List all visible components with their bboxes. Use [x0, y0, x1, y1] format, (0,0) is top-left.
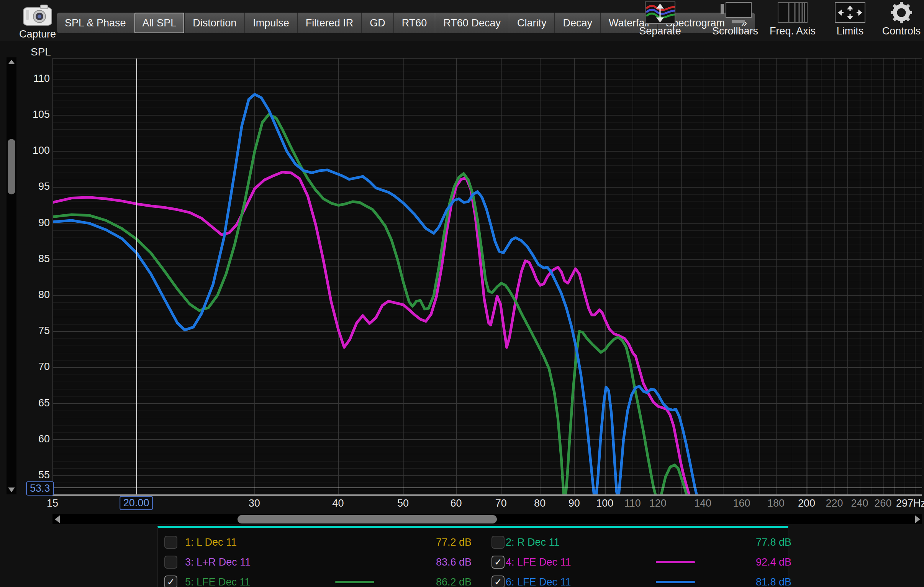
- x-axis-line: [53, 494, 922, 496]
- separate-label: Separate: [631, 25, 689, 37]
- y-tick-105: 105: [0, 109, 50, 120]
- freq-axis-label: Freq. Axis: [764, 25, 821, 37]
- x-tick-90: 90: [569, 497, 580, 509]
- scrollbars-label: Scrollbars: [706, 25, 764, 37]
- y-tick-55: 55: [0, 469, 50, 481]
- vertical-scrollbar[interactable]: [7, 58, 16, 494]
- freq-axis-icon: [764, 0, 821, 25]
- scroll-right-arrow-icon[interactable]: [915, 515, 920, 523]
- y-axis-title: SPL: [31, 46, 51, 58]
- tab-decay[interactable]: Decay: [555, 13, 601, 33]
- measurement-2-label[interactable]: 2: R Dec 11: [501, 536, 627, 548]
- spl-cursor-value: 53.3: [26, 482, 54, 495]
- scrollbars-icon: [706, 0, 764, 25]
- x-tick-30: 30: [249, 497, 260, 509]
- measurement-5-level-value: 86.2 dB: [403, 576, 472, 587]
- x-tick-140: 140: [694, 497, 711, 509]
- x-tick-100: 100: [596, 497, 613, 509]
- legend-row-1: 1: L Dec 1177.2 dB2: R Dec 1177.8 dB: [158, 532, 788, 552]
- measurement-3-checkbox[interactable]: [164, 556, 177, 569]
- toolbar-right-tools: SeparateScrollbarsFreq. AxisLimitsContro…: [631, 0, 924, 41]
- x-tick-180: 180: [767, 497, 785, 509]
- y-tick-75: 75: [0, 325, 50, 337]
- scrollbars-button[interactable]: Scrollbars: [706, 0, 764, 37]
- measurement-4-trace-swatch: [656, 561, 695, 563]
- x-tick-200: 200: [798, 497, 815, 509]
- controls-icon: [879, 0, 924, 25]
- y-tick-80: 80: [0, 289, 50, 301]
- tab-filtered-ir[interactable]: Filtered IR: [298, 13, 362, 33]
- x-tick-50: 50: [397, 497, 409, 509]
- measurement-5-trace-swatch: [335, 581, 374, 583]
- measurement-1-label[interactable]: 1: L Dec 11: [180, 536, 307, 548]
- scroll-left-arrow-icon[interactable]: [55, 515, 60, 523]
- measurement-6-label[interactable]: 6: LFE Dec 11: [501, 576, 627, 587]
- controls-label: Controls: [879, 25, 924, 37]
- tab-impulse[interactable]: Impulse: [245, 13, 298, 33]
- x-tick-220: 220: [825, 497, 843, 509]
- controls-button[interactable]: Controls: [879, 0, 924, 37]
- measurement-6-trace-swatch: [656, 581, 695, 583]
- separate-icon: [631, 0, 689, 25]
- y-tick-85: 85: [0, 253, 50, 265]
- tab-clarity[interactable]: Clarity: [509, 13, 555, 33]
- rew-all-spl-window: Capture SPL & PhaseAll SPLDistortionImpu…: [0, 0, 924, 587]
- measurement-6-level-value: 81.8 dB: [723, 576, 792, 587]
- limits-icon: [821, 0, 879, 25]
- y-tick-60: 60: [0, 433, 50, 445]
- freq-axis-button[interactable]: Freq. Axis: [764, 0, 821, 37]
- x-tick-240: 240: [851, 497, 868, 509]
- measurement-3-label[interactable]: 3: L+R Dec 11: [180, 556, 307, 568]
- limits-button[interactable]: Limits: [821, 0, 879, 37]
- x-tick-70: 70: [495, 497, 507, 509]
- scroll-down-arrow-icon[interactable]: [8, 488, 15, 492]
- measurement-4-level-value: 92.4 dB: [723, 556, 792, 568]
- measurement-2-level-value: 77.8 dB: [723, 536, 792, 548]
- x-tick-120: 120: [649, 497, 667, 509]
- x-tick-110: 110: [624, 497, 641, 509]
- x-tick-260: 260: [874, 497, 891, 509]
- measurement-1-checkbox[interactable]: [164, 536, 177, 549]
- x-tick-40: 40: [332, 497, 344, 509]
- tab-distortion[interactable]: Distortion: [185, 13, 245, 33]
- y-tick-100: 100: [0, 145, 50, 156]
- x-tick-15: 15: [47, 497, 58, 509]
- tab-gd[interactable]: GD: [361, 13, 394, 33]
- separate-button[interactable]: Separate: [631, 0, 689, 37]
- horizontal-scrollbar-thumb[interactable]: [238, 515, 497, 523]
- x-tick-297: 297Hz: [896, 497, 924, 509]
- curve-4-lfe-dec-11: [53, 172, 690, 495]
- horizontal-scrollbar[interactable]: [53, 514, 922, 524]
- measurement-3-level-value: 83.6 dB: [403, 556, 472, 568]
- legend-row-2: 3: L+R Dec 1183.6 dB✓4: LFE Dec 1192.4 d…: [158, 552, 788, 572]
- x-tick-60: 60: [450, 497, 462, 509]
- y-tick-70: 70: [0, 361, 50, 373]
- y-tick-65: 65: [0, 397, 50, 409]
- tab-spl-phase[interactable]: SPL & Phase: [57, 13, 134, 33]
- measurement-1-level-value: 77.2 dB: [403, 536, 472, 548]
- limits-label: Limits: [821, 25, 879, 37]
- tab-all-spl[interactable]: All SPL: [134, 13, 185, 33]
- toolbar: Capture SPL & PhaseAll SPLDistortionImpu…: [0, 0, 924, 41]
- tab-rt60-decay[interactable]: RT60 Decay: [435, 13, 509, 33]
- scroll-up-arrow-icon[interactable]: [8, 60, 15, 64]
- capture-button[interactable]: Capture: [15, 2, 61, 40]
- curve-6-lfe-dec-11: [53, 94, 698, 495]
- y-tick-95: 95: [0, 181, 50, 192]
- x-tick-160: 160: [733, 497, 750, 509]
- capture-label: Capture: [15, 28, 61, 40]
- plot-area[interactable]: [53, 58, 922, 495]
- measurement-5-label[interactable]: 5: LFE Dec 11: [180, 576, 307, 587]
- y-tick-110: 110: [0, 73, 50, 85]
- legend-row-3: ✓5: LFE Dec 1186.2 dB✓6: LFE Dec 1181.8 …: [158, 572, 788, 587]
- measurement-5-checkbox[interactable]: ✓: [164, 575, 177, 587]
- measurement-legend-panel: 1: L Dec 1177.2 dB2: R Dec 1177.8 dB3: L…: [157, 526, 789, 587]
- camera-icon: [23, 4, 53, 28]
- y-tick-90: 90: [0, 217, 50, 229]
- x-tick-80: 80: [534, 497, 546, 509]
- measurement-4-label[interactable]: 4: LFE Dec 11: [501, 556, 627, 568]
- curve-5-lfe-dec-11: [53, 114, 688, 495]
- freq-cursor-value: 20.00: [119, 496, 153, 510]
- tab-rt60[interactable]: RT60: [394, 13, 436, 33]
